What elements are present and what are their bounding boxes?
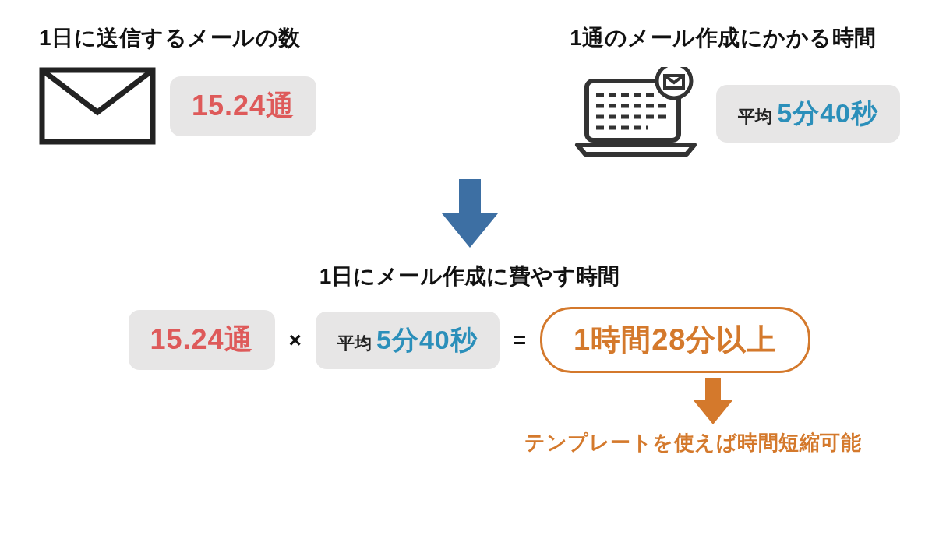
conclusion-caption: テンプレートを使えば時間短縮可能 bbox=[524, 429, 861, 456]
equals-operator: = bbox=[514, 328, 526, 353]
laptop-mail-icon bbox=[570, 67, 702, 160]
email-time-heading: 1通のメール作成にかかる時間 bbox=[570, 23, 900, 53]
svg-marker-8 bbox=[442, 179, 498, 248]
svg-marker-9 bbox=[693, 378, 733, 424]
top-row: 1日に送信するメールの数 15.24通 1通のメール作成にかかる時間 bbox=[31, 23, 908, 160]
email-count-pair: 15.24通 bbox=[39, 67, 316, 145]
result-pill: 1時間28分以上 bbox=[540, 307, 810, 373]
email-count-block: 1日に送信するメールの数 15.24通 bbox=[39, 23, 316, 145]
arrow-down-orange-icon bbox=[691, 378, 735, 426]
equation-row: 15.24通 × 平均 5分40秒 = 1時間28分以上 bbox=[31, 307, 908, 373]
email-count-value: 15.24通 bbox=[192, 87, 295, 125]
total-time-heading: 1日にメール作成に費やす時間 bbox=[31, 262, 908, 291]
arrow-down-orange-container bbox=[565, 378, 861, 426]
email-count-pill: 15.24通 bbox=[170, 76, 316, 136]
email-time-pill: 平均 5分40秒 bbox=[716, 85, 900, 143]
arrow-down-container bbox=[31, 179, 908, 249]
multiply-operator: × bbox=[289, 328, 302, 353]
equation-time-pill: 平均 5分40秒 bbox=[316, 312, 500, 369]
equation-count-value: 15.24通 bbox=[150, 321, 253, 359]
arrow-down-icon bbox=[439, 179, 501, 249]
conclusion-block: テンプレートを使えば時間短縮可能 bbox=[31, 378, 908, 456]
equation-avg-value: 5分40秒 bbox=[376, 322, 478, 358]
equation-count-pill: 15.24通 bbox=[129, 310, 275, 370]
avg-prefix: 平均 bbox=[738, 105, 772, 129]
email-time-pair: 平均 5分40秒 bbox=[570, 67, 900, 160]
equation-avg-prefix: 平均 bbox=[337, 332, 372, 355]
envelope-icon bbox=[39, 67, 156, 145]
email-time-block: 1通のメール作成にかかる時間 bbox=[570, 23, 900, 160]
result-value: 1時間28分以上 bbox=[574, 320, 777, 360]
email-count-heading: 1日に送信するメールの数 bbox=[39, 23, 316, 53]
avg-time-value: 5分40秒 bbox=[777, 96, 878, 132]
